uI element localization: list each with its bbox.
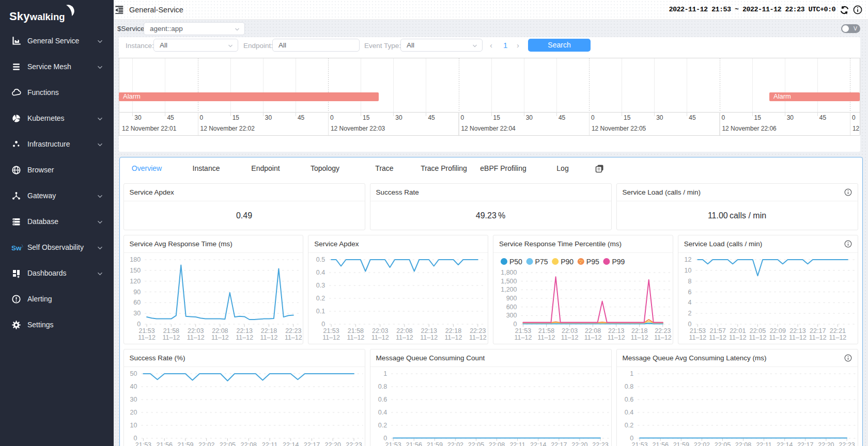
svg-text:22:14: 22:14	[777, 441, 793, 446]
svg-text:22:11: 22:11	[756, 441, 771, 446]
svg-text:22:21: 22:21	[830, 327, 846, 334]
svg-text:11–12: 11–12	[445, 334, 462, 341]
svg-text:22:08: 22:08	[735, 441, 751, 446]
svg-text:11–12: 11–12	[138, 334, 156, 341]
svg-text:22:13: 22:13	[236, 327, 252, 334]
svg-text:22:05: 22:05	[714, 441, 730, 446]
svg-text:22:23: 22:23	[592, 441, 608, 446]
svg-text:P95: P95	[586, 257, 599, 265]
svg-text:11–12: 11–12	[584, 334, 602, 341]
svg-text:40: 40	[130, 383, 137, 390]
svg-text:0: 0	[137, 321, 141, 328]
svg-text:22:05: 22:05	[750, 327, 766, 334]
svg-text:1,200: 1,200	[501, 286, 517, 293]
svg-text:22:23: 22:23	[285, 327, 301, 334]
svg-text:21:53: 21:53	[323, 327, 339, 334]
svg-text:11–12: 11–12	[608, 334, 625, 341]
svg-text:0: 0	[688, 321, 691, 328]
svg-text:21:59: 21:59	[426, 441, 442, 446]
svg-text:11–12: 11–12	[709, 334, 726, 341]
svg-text:22:23: 22:23	[470, 327, 486, 334]
svg-text:22:02: 22:02	[447, 441, 463, 446]
svg-text:Sw: Sw	[11, 244, 22, 252]
svg-text:11–12: 11–12	[561, 334, 579, 341]
svg-text:0.3: 0.3	[316, 282, 325, 289]
svg-text:22:05: 22:05	[468, 441, 484, 446]
svg-text:180: 180	[130, 256, 141, 263]
svg-text:4: 4	[688, 299, 691, 306]
svg-text:22:08: 22:08	[212, 327, 228, 334]
svg-text:22:20: 22:20	[818, 441, 834, 446]
svg-text:11–12: 11–12	[538, 334, 555, 341]
svg-text:22:17: 22:17	[797, 441, 813, 446]
svg-text:22:18: 22:18	[445, 327, 461, 334]
svg-text:21:56: 21:56	[406, 441, 422, 446]
svg-text:0.5: 0.5	[316, 256, 325, 263]
svg-text:22:11: 22:11	[509, 441, 525, 446]
svg-text:11–12: 11–12	[515, 334, 532, 341]
svg-text:22:13: 22:13	[789, 327, 805, 334]
svg-text:0.8: 0.8	[624, 383, 633, 390]
svg-text:6: 6	[688, 288, 691, 295]
svg-text:22:18: 22:18	[631, 327, 647, 334]
svg-text:60: 60	[133, 299, 141, 306]
svg-text:11–12: 11–12	[162, 334, 180, 341]
svg-text:20: 20	[130, 409, 137, 416]
svg-text:0.2: 0.2	[378, 422, 386, 429]
svg-text:22:14: 22:14	[283, 441, 299, 446]
svg-text:11–12: 11–12	[749, 334, 766, 341]
svg-text:22:17: 22:17	[551, 441, 567, 446]
svg-text:50: 50	[130, 370, 137, 377]
svg-text:22:08: 22:08	[488, 441, 504, 446]
svg-text:22:02: 22:02	[198, 441, 214, 446]
svg-text:21:53: 21:53	[515, 327, 531, 334]
svg-text:0.4: 0.4	[624, 409, 633, 416]
svg-text:21:53: 21:53	[631, 441, 647, 446]
svg-text:P90: P90	[561, 257, 574, 265]
svg-text:120: 120	[130, 277, 141, 284]
svg-text:21:53: 21:53	[690, 327, 706, 334]
svg-text:22:17: 22:17	[303, 441, 319, 446]
svg-text:22:05: 22:05	[219, 441, 235, 446]
svg-text:22:23: 22:23	[839, 441, 855, 446]
svg-text:21:58: 21:58	[163, 327, 179, 334]
svg-text:0.6: 0.6	[378, 396, 386, 403]
svg-text:0: 0	[514, 321, 517, 328]
svg-text:1: 1	[630, 370, 633, 377]
svg-text:2: 2	[688, 310, 691, 317]
svg-text:22:03: 22:03	[188, 327, 204, 334]
svg-text:0.4: 0.4	[316, 269, 325, 276]
svg-text:22:09: 22:09	[769, 327, 785, 334]
svg-text:11–12: 11–12	[236, 334, 253, 341]
svg-text:11–12: 11–12	[689, 334, 706, 341]
svg-text:0.6: 0.6	[624, 396, 633, 403]
svg-text:22:13: 22:13	[608, 327, 624, 334]
svg-text:22:03: 22:03	[562, 327, 578, 334]
svg-text:P50: P50	[509, 257, 522, 265]
svg-text:22:03: 22:03	[372, 327, 388, 334]
svg-text:21:53: 21:53	[138, 327, 154, 334]
svg-text:11–12: 11–12	[187, 334, 204, 341]
svg-text:21:53: 21:53	[385, 441, 401, 446]
svg-text:12: 12	[684, 256, 691, 263]
svg-text:21:58: 21:58	[538, 327, 554, 334]
svg-text:0: 0	[630, 435, 633, 442]
svg-text:0.4: 0.4	[378, 409, 386, 416]
svg-text:21:56: 21:56	[156, 441, 172, 446]
svg-text:0: 0	[383, 435, 387, 442]
svg-text:10: 10	[130, 422, 137, 429]
svg-text:22:18: 22:18	[260, 327, 276, 334]
svg-text:21:53: 21:53	[135, 441, 151, 446]
svg-text:0: 0	[321, 321, 325, 328]
svg-text:0.2: 0.2	[316, 295, 325, 302]
svg-text:11–12: 11–12	[211, 334, 228, 341]
svg-text:900: 900	[506, 295, 517, 302]
svg-text:0.2: 0.2	[624, 422, 633, 429]
svg-text:11–12: 11–12	[654, 334, 672, 341]
svg-text:1,500: 1,500	[501, 277, 517, 284]
svg-text:11–12: 11–12	[769, 334, 786, 341]
svg-text:21:59: 21:59	[177, 441, 193, 446]
svg-text:22:02: 22:02	[693, 441, 709, 446]
svg-text:10: 10	[684, 266, 691, 274]
svg-text:0: 0	[133, 435, 137, 442]
